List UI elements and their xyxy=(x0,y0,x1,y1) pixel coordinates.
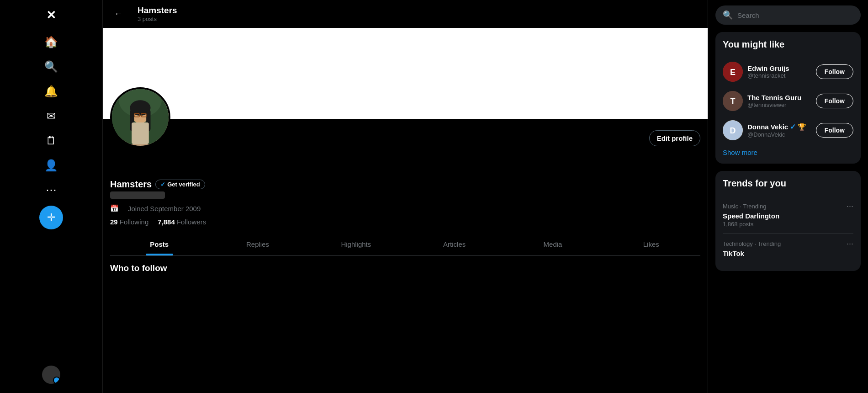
avatar-svg-edwin: E xyxy=(723,62,743,82)
you-might-like-widget: You might like E Edwin Gruijs @tennisrac… xyxy=(715,32,861,164)
compose-button[interactable]: ✛ xyxy=(39,206,63,229)
who-to-follow-title: Who to follow xyxy=(110,263,700,273)
trend-more-icon-tiktok[interactable]: ··· xyxy=(847,239,853,249)
suggest-avatar-edwin: E xyxy=(723,62,743,82)
suggest-info-edwin: Edwin Gruijs @tennisracket xyxy=(747,64,811,79)
main-content: ← Hamsters 3 posts xyxy=(103,0,708,393)
back-arrow-icon: ← xyxy=(114,9,122,19)
tab-likes[interactable]: Likes xyxy=(602,233,700,255)
verified-check-icon: ✓ xyxy=(160,181,165,188)
tab-highlights[interactable]: Highlights xyxy=(307,233,405,255)
sidebar-item-home[interactable]: 🏠 xyxy=(39,30,63,54)
calendar-icon: 📅 xyxy=(110,204,119,212)
drafts-icon: 🗒 xyxy=(46,134,57,147)
trend-meta-tiktok: Technology · Trending ··· xyxy=(723,239,853,249)
profile-names: Hamsters ✓ Get verified xyxy=(110,146,700,199)
trend-category-tiktok: Technology · Trending xyxy=(723,240,781,247)
get-verified-badge[interactable]: ✓ Get verified xyxy=(155,180,205,189)
profile-icon: 👤 xyxy=(44,159,58,172)
suggest-info-guru: The Tennis Guru @tennisviewer xyxy=(747,94,811,108)
follow-button-guru[interactable]: Follow xyxy=(816,94,853,108)
svg-text:T: T xyxy=(730,97,736,106)
header-display-name: Hamsters xyxy=(138,5,177,16)
following-stat[interactable]: 29 Following xyxy=(110,218,148,226)
suggest-avatar-guru: T xyxy=(723,91,743,111)
sidebar-item-more[interactable]: ⋯ xyxy=(39,178,63,202)
tab-replies[interactable]: Replies xyxy=(208,233,307,255)
trend-name-tiktok: TikTok xyxy=(723,250,853,257)
trends-widget: Trends for you Music · Trending ··· Spee… xyxy=(715,171,861,271)
trend-count-speed: 1,868 posts xyxy=(723,221,853,228)
tab-articles[interactable]: Articles xyxy=(405,233,503,255)
suggest-handle-guru: @tennisviewer xyxy=(747,101,811,108)
following-label-text: Following xyxy=(120,218,148,226)
profile-info: Edit profile Hamsters ✓ Get verified 📅 J… xyxy=(103,119,708,256)
followers-stat[interactable]: 7,884 Followers xyxy=(158,218,206,226)
search-input[interactable] xyxy=(737,11,853,19)
trend-more-icon-speed[interactable]: ··· xyxy=(847,202,853,211)
profile-header-bar: ← Hamsters 3 posts xyxy=(103,0,708,28)
join-date: Joined September 2009 xyxy=(128,205,201,212)
profile-avatar xyxy=(110,87,170,148)
trend-name-speed: Speed Darlington xyxy=(723,212,853,220)
show-more-link[interactable]: Show more xyxy=(723,149,853,156)
compose-icon: ✛ xyxy=(47,212,55,223)
profile-stats: 29 Following 7,884 Followers xyxy=(110,218,700,226)
sidebar-item-profile[interactable]: 👤 xyxy=(39,154,63,177)
search-icon: 🔍 xyxy=(723,10,733,20)
header-post-count: 3 posts xyxy=(138,16,177,22)
suggest-name-guru: The Tennis Guru xyxy=(747,94,811,101)
search-bar[interactable]: 🔍 xyxy=(715,5,861,25)
sidebar-item-messages[interactable]: ✉ xyxy=(39,104,63,128)
trends-title: Trends for you xyxy=(723,178,853,189)
avatar-svg-guru: T xyxy=(723,91,743,111)
who-to-follow-section: Who to follow xyxy=(103,256,708,282)
tab-media[interactable]: Media xyxy=(503,233,602,255)
x-icon: ✕ xyxy=(46,8,56,22)
sidebar-item-notifications[interactable]: 🔔 xyxy=(39,80,63,103)
profile-meta: 📅 Joined September 2009 xyxy=(110,204,700,212)
profile-username xyxy=(110,191,165,199)
follow-button-donna[interactable]: Follow xyxy=(816,123,853,138)
svg-text:E: E xyxy=(730,68,736,77)
suggest-handle-edwin: @tennisracket xyxy=(747,72,811,79)
right-sidebar: 🔍 You might like E Edwin Gruijs @tennisr… xyxy=(708,0,868,393)
verified-icon-donna: ✓ xyxy=(790,122,796,131)
svg-text:D: D xyxy=(730,126,736,135)
mail-icon: ✉ xyxy=(47,110,56,122)
user-avatar[interactable] xyxy=(42,366,60,384)
suggest-item-guru: T The Tennis Guru @tennisviewer Follow xyxy=(723,86,853,116)
sidebar-nav: 🏠 🔍 🔔 ✉ 🗒 👤 ⋯ ✛ xyxy=(0,30,102,229)
trend-category-speed: Music · Trending xyxy=(723,203,766,210)
tab-posts[interactable]: Posts xyxy=(110,233,208,255)
followers-count: 7,884 xyxy=(158,218,175,226)
trend-item-tiktok[interactable]: Technology · Trending ··· TikTok xyxy=(723,234,853,264)
header-title: Hamsters 3 posts xyxy=(138,5,177,22)
profile-banner xyxy=(103,28,708,119)
sidebar-item-explore[interactable]: 🔍 xyxy=(39,55,63,79)
x-logo[interactable]: ✕ xyxy=(40,4,63,27)
following-count: 29 xyxy=(110,218,118,226)
suggest-item-donna: D Donna Vekic ✓ 🏆 @DonnaVekic Follow xyxy=(723,116,853,145)
suggest-handle-donna: @DonnaVekic xyxy=(747,131,811,138)
followers-label-text: Followers xyxy=(177,218,206,226)
back-button[interactable]: ← xyxy=(110,6,127,22)
sidebar-item-drafts[interactable]: 🗒 xyxy=(39,129,63,153)
sidebar: ✕ 🏠 🔍 🔔 ✉ 🗒 👤 ⋯ ✛ xyxy=(0,0,103,393)
suggest-avatar-donna: D xyxy=(723,120,743,140)
explore-icon: 🔍 xyxy=(44,60,58,73)
you-might-like-title: You might like xyxy=(723,39,853,50)
avatar-svg xyxy=(112,87,169,146)
trophy-emoji-donna: 🏆 xyxy=(798,123,806,131)
suggest-name-edwin: Edwin Gruijs xyxy=(747,64,811,72)
profile-avatar-image xyxy=(112,89,169,146)
home-icon: 🏠 xyxy=(44,36,58,48)
trend-meta-speed: Music · Trending ··· xyxy=(723,202,853,211)
trend-item-speed[interactable]: Music · Trending ··· Speed Darlington 1,… xyxy=(723,196,853,234)
suggest-info-donna: Donna Vekic ✓ 🏆 @DonnaVekic xyxy=(747,122,811,138)
suggest-item-edwin: E Edwin Gruijs @tennisracket Follow xyxy=(723,57,853,86)
avatar-svg-donna: D xyxy=(723,120,743,140)
follow-button-edwin[interactable]: Follow xyxy=(816,64,853,79)
edit-profile-button[interactable]: Edit profile xyxy=(649,130,700,146)
svg-rect-6 xyxy=(132,122,149,144)
